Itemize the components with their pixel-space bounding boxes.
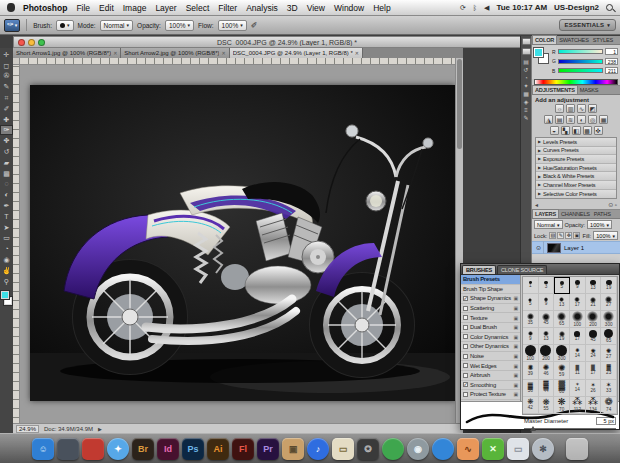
pen-tool[interactable]: ✒ <box>0 200 13 211</box>
brush-preset[interactable]: ⁂134 <box>586 397 602 414</box>
menu-filter[interactable]: Filter <box>218 3 237 13</box>
dock-game-x[interactable]: ✕ <box>482 438 504 460</box>
brush-preset[interactable]: ❁74 <box>601 397 617 414</box>
brush-preset[interactable]: 3 <box>539 277 555 294</box>
volume-icon[interactable]: ◀ <box>484 4 489 12</box>
brush-option-brush-tip-shape[interactable]: Brush Tip Shape <box>461 285 520 295</box>
brush-preset[interactable]: 65 <box>601 328 617 345</box>
document-image[interactable] <box>30 85 455 401</box>
close-icon[interactable]: ✕ <box>355 50 359 56</box>
brush-preset[interactable]: ▓17 <box>586 362 602 379</box>
lasso-tool[interactable]: ✇ <box>0 71 13 82</box>
brush-preset[interactable]: 100 <box>523 345 539 362</box>
adjustment-icon[interactable]: ✜ <box>594 126 603 135</box>
disclosure-triangle-icon[interactable]: ▶ <box>538 139 541 144</box>
close-window-button[interactable] <box>18 39 25 46</box>
dock-iphoto[interactable]: ▭ <box>332 438 354 460</box>
brush-preset[interactable]: 300 <box>601 311 617 328</box>
minimize-window-button[interactable] <box>28 39 35 46</box>
menu-analysis[interactable]: Analysis <box>246 3 278 13</box>
dock-premiere[interactable]: Pr <box>257 438 279 460</box>
brush-preset[interactable]: 19 <box>554 328 570 345</box>
brush-option-color-dynamics[interactable]: Color Dynamics▣ <box>461 333 520 343</box>
brush-preset[interactable]: ✺46 <box>539 362 555 379</box>
brush-preset[interactable]: 5 <box>523 294 539 311</box>
dock-trash[interactable] <box>566 438 588 460</box>
status-arrow-icon[interactable]: ▶ <box>98 426 102 432</box>
brush-preset[interactable]: ▓60 <box>554 380 570 397</box>
panel-icon[interactable]: ◈ <box>522 98 531 106</box>
dock-toy[interactable]: ✪ <box>357 438 379 460</box>
brush-preset[interactable]: 19 <box>601 277 617 294</box>
menu-clock[interactable]: Tue 10:17 AM <box>496 3 547 12</box>
lock-icon[interactable]: ✎ <box>557 232 564 239</box>
close-icon[interactable]: ✕ <box>221 50 225 56</box>
blur-tool[interactable]: ◌ <box>0 179 13 190</box>
tab-channels[interactable]: CHANNELS <box>559 210 592 218</box>
dock-photoshop[interactable]: Ps <box>182 438 204 460</box>
checkbox[interactable] <box>463 334 468 339</box>
layer-visibility-eye-icon[interactable]: ⊙ <box>534 241 544 254</box>
disclosure-triangle-icon[interactable]: ▶ <box>538 165 541 170</box>
type-tool[interactable]: T <box>0 211 13 222</box>
slider-thumb[interactable] <box>530 426 536 431</box>
adjustment-icon[interactable]: ☼ <box>555 104 564 113</box>
quick-selection-tool[interactable]: ✎ <box>0 81 13 92</box>
zoom-window-button[interactable] <box>38 39 45 46</box>
zoom-tool[interactable]: ⚲ <box>0 276 13 287</box>
document-tab[interactable]: DSC_0004.JPG @ 24.9% (Layer 1, RGB/8) *✕ <box>230 48 363 58</box>
panel-icon[interactable]: ✦ <box>522 82 531 90</box>
brush-preset[interactable]: ⁂112 <box>570 397 586 414</box>
brush-preset[interactable]: ▓23 <box>601 362 617 379</box>
brush-option-shape-dynamics[interactable]: ✓Shape Dynamics▣ <box>461 294 520 304</box>
adjustment-icon[interactable]: ▚ <box>561 126 570 135</box>
document-title-bar[interactable]: DSC_0004.JPG @ 24.9% (Layer 1, RGB/8) * <box>13 36 531 48</box>
workspace-switcher[interactable]: ESSENTIALS▾ <box>559 19 616 31</box>
brush-preset[interactable]: 9 <box>539 294 555 311</box>
preset-curves-presets[interactable]: ▶Curves Presets <box>536 147 616 156</box>
dock-red-app[interactable] <box>82 438 104 460</box>
checkbox[interactable] <box>463 325 468 330</box>
foreground-color-swatch[interactable] <box>1 291 9 299</box>
checkbox[interactable]: ✓ <box>463 382 468 387</box>
collapse-panels-button[interactable] <box>522 38 531 45</box>
brush-preset[interactable]: 300 <box>554 345 570 362</box>
mode-select[interactable]: Normal▾ <box>100 20 133 31</box>
dock-illustrator[interactable]: Ai <box>207 438 229 460</box>
channel-slider[interactable] <box>558 68 603 73</box>
brush-option-texture[interactable]: Texture▣ <box>461 313 520 323</box>
preset-exposure-presets[interactable]: ▶Exposure Presets <box>536 155 616 164</box>
3d-rotate-tool[interactable]: ◔ <box>0 243 13 254</box>
checkbox[interactable] <box>463 354 468 359</box>
adjustment-icon[interactable]: ◩ <box>588 104 597 113</box>
eraser-tool[interactable]: ▰ <box>0 157 13 168</box>
panel-back-icon[interactable]: ◂ <box>535 201 538 208</box>
eyedropper-tool[interactable]: ✐ <box>0 103 13 114</box>
tab-masks[interactable]: MASKS <box>578 86 601 94</box>
brush-preset[interactable]: 17 <box>570 328 586 345</box>
brush-preset[interactable]: ❋55 <box>539 397 555 414</box>
disclosure-triangle-icon[interactable]: ▶ <box>538 156 541 161</box>
flow-input[interactable]: 100%▾ <box>218 20 247 31</box>
brush-preset[interactable]: 45 <box>586 328 602 345</box>
move-tool[interactable]: ✛ <box>0 49 13 60</box>
sync-status-icon[interactable]: ⟳ <box>460 4 466 12</box>
tab-layers[interactable]: LAYERS <box>532 209 559 218</box>
panel-foreground-swatch[interactable] <box>534 48 543 57</box>
dock-finder[interactable]: ☺ <box>32 438 54 460</box>
tab-styles[interactable]: STYLES <box>591 36 615 44</box>
tab-adjustments[interactable]: ADJUSTMENTS <box>532 85 578 94</box>
preset-channel-mixer-presets[interactable]: ▶Channel Mixer Presets <box>536 181 616 190</box>
dock-spring[interactable]: ∿ <box>457 438 479 460</box>
lock-icon[interactable]: ✥ <box>565 232 572 239</box>
checkbox[interactable] <box>463 363 468 368</box>
dock-indesign[interactable]: Id <box>157 438 179 460</box>
brush-preset[interactable]: ✶14 <box>570 380 586 397</box>
tab-swatches[interactable]: SWATCHES <box>557 36 590 44</box>
brush-preset[interactable]: 27 <box>601 294 617 311</box>
panel-icon[interactable]: ▦ <box>522 90 531 98</box>
channel-slider[interactable] <box>558 59 603 64</box>
checkbox[interactable] <box>463 392 468 397</box>
brush-preset[interactable]: 100 <box>570 311 586 328</box>
zoom-level[interactable]: 24.9% <box>16 425 39 433</box>
